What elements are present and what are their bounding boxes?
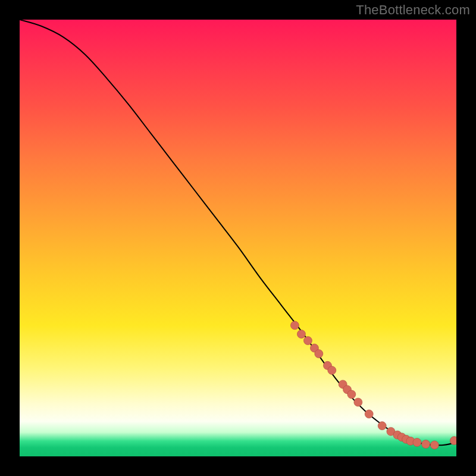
data-marker bbox=[430, 441, 439, 449]
data-marker bbox=[315, 350, 323, 358]
data-marker bbox=[378, 422, 386, 430]
data-marker bbox=[297, 330, 305, 338]
data-marker bbox=[303, 336, 312, 345]
data-marker bbox=[354, 398, 362, 406]
attribution-label: TheBottleneck.com bbox=[356, 2, 470, 18]
data-marker bbox=[347, 390, 356, 399]
curve-line bbox=[20, 20, 456, 445]
data-marker bbox=[450, 437, 456, 445]
chart-stage: TheBottleneck.com bbox=[0, 0, 476, 476]
chart-overlay bbox=[20, 20, 456, 456]
data-marker bbox=[290, 321, 299, 330]
marker-group bbox=[290, 321, 456, 449]
data-marker bbox=[365, 410, 373, 418]
data-marker bbox=[413, 439, 421, 447]
plot-area bbox=[20, 20, 456, 456]
data-marker bbox=[422, 440, 430, 448]
data-marker bbox=[328, 366, 336, 374]
